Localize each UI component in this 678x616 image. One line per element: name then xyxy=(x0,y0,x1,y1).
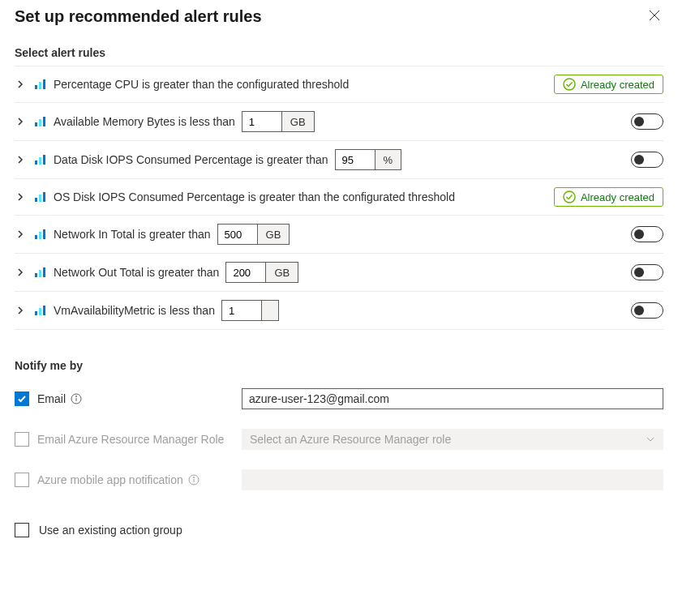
mobile-app-checkbox[interactable] xyxy=(15,473,29,487)
metric-icon xyxy=(34,78,47,91)
check-circle-icon xyxy=(563,78,576,91)
svg-rect-9 xyxy=(35,160,37,165)
email-checkbox[interactable] xyxy=(15,391,29,406)
rule-label: Data Disk IOPS Consumed Percentage is gr… xyxy=(54,153,328,166)
action-group-row: Use an existing action group xyxy=(15,523,663,537)
panel-title: Set up recommended alert rules xyxy=(15,7,262,26)
threshold-input-wrap xyxy=(221,300,279,321)
expand-button[interactable] xyxy=(16,230,26,238)
svg-rect-10 xyxy=(39,157,41,165)
threshold-unit xyxy=(261,301,278,320)
expand-button[interactable] xyxy=(16,268,26,276)
info-icon[interactable] xyxy=(71,393,82,404)
action-group-label: Use an existing action group xyxy=(39,524,182,537)
rules-section-title: Select alert rules xyxy=(15,46,663,59)
chevron-down-icon xyxy=(646,434,655,444)
rule-row-osdisk: OS Disk IOPS Consumed Percentage is grea… xyxy=(15,179,663,216)
svg-point-5 xyxy=(564,79,575,90)
check-icon xyxy=(17,394,27,404)
enable-toggle[interactable] xyxy=(631,264,663,280)
info-icon[interactable] xyxy=(188,474,200,486)
threshold-input[interactable] xyxy=(336,150,375,169)
rule-row-cpu: Percentage CPU is greater than the confi… xyxy=(15,66,663,103)
metric-icon xyxy=(34,153,47,166)
rule-label: Network In Total is greater than xyxy=(54,228,211,241)
threshold-input[interactable] xyxy=(222,301,261,320)
email-label: Email xyxy=(37,392,82,405)
threshold-input-wrap: GB xyxy=(217,224,290,245)
svg-rect-7 xyxy=(39,119,41,126)
expand-button[interactable] xyxy=(16,156,26,164)
close-icon xyxy=(649,10,660,21)
metric-icon xyxy=(34,266,47,279)
svg-rect-14 xyxy=(43,192,45,202)
metric-icon xyxy=(34,228,47,241)
enable-toggle[interactable] xyxy=(631,152,663,168)
rule-row-netin: Network In Total is greater than GB xyxy=(15,216,663,254)
svg-rect-13 xyxy=(39,195,41,202)
mobile-app-label: Azure mobile app notification xyxy=(37,473,200,486)
threshold-unit: GB xyxy=(265,263,298,282)
metric-icon xyxy=(34,190,47,203)
metric-icon xyxy=(34,304,47,317)
threshold-input[interactable] xyxy=(226,263,265,282)
svg-point-15 xyxy=(564,191,575,203)
notify-mobile-row: Azure mobile app notification xyxy=(15,460,663,500)
svg-rect-20 xyxy=(39,270,41,277)
check-circle-icon xyxy=(563,190,576,203)
svg-rect-18 xyxy=(43,229,45,239)
svg-point-30 xyxy=(193,477,194,478)
rule-row-datadisk: Data Disk IOPS Consumed Percentage is gr… xyxy=(15,141,663,179)
rule-label: Network Out Total is greater than xyxy=(54,266,219,279)
svg-point-27 xyxy=(76,396,77,397)
notify-section-title: Notify me by xyxy=(15,359,663,372)
svg-rect-8 xyxy=(43,117,45,126)
expand-button[interactable] xyxy=(16,118,26,126)
threshold-input[interactable] xyxy=(242,112,281,131)
enable-toggle[interactable] xyxy=(631,113,663,130)
svg-rect-24 xyxy=(43,306,45,315)
svg-rect-22 xyxy=(35,311,37,315)
svg-rect-2 xyxy=(35,85,37,89)
svg-rect-17 xyxy=(39,232,41,239)
already-created-badge: Already created xyxy=(554,75,663,94)
rule-label: VmAvailabilityMetric is less than xyxy=(54,304,215,317)
threshold-input[interactable] xyxy=(218,225,257,244)
threshold-unit: GB xyxy=(281,112,314,131)
threshold-input-wrap: % xyxy=(335,149,402,170)
threshold-input-wrap: GB xyxy=(225,262,298,283)
threshold-unit: % xyxy=(375,150,401,169)
svg-rect-21 xyxy=(43,267,45,277)
svg-rect-19 xyxy=(35,273,37,277)
rule-row-vmavail: VmAvailabilityMetric is less than xyxy=(15,292,663,330)
threshold-unit: GB xyxy=(257,225,290,244)
svg-rect-12 xyxy=(35,198,37,202)
expand-button[interactable] xyxy=(16,193,26,201)
metric-icon xyxy=(34,115,47,128)
svg-rect-4 xyxy=(43,79,45,89)
enable-toggle[interactable] xyxy=(631,226,663,242)
threshold-input-wrap: GB xyxy=(242,111,315,132)
arm-role-checkbox[interactable] xyxy=(15,432,29,447)
action-group-checkbox[interactable] xyxy=(15,523,29,537)
expand-button[interactable] xyxy=(16,80,26,88)
rule-row-netout: Network Out Total is greater than GB xyxy=(15,254,663,292)
arm-role-label: Email Azure Resource Manager Role xyxy=(37,433,224,446)
close-button[interactable] xyxy=(646,6,663,27)
svg-rect-3 xyxy=(39,82,41,89)
enable-toggle[interactable] xyxy=(631,302,663,319)
notify-email-row: Email xyxy=(15,379,663,419)
rules-list: Percentage CPU is greater than the confi… xyxy=(15,66,663,330)
expand-button[interactable] xyxy=(16,306,26,314)
rule-label: Available Memory Bytes is less than xyxy=(54,115,235,128)
rule-label: OS Disk IOPS Consumed Percentage is grea… xyxy=(54,190,455,203)
rule-label: Percentage CPU is greater than the confi… xyxy=(54,78,349,91)
svg-rect-6 xyxy=(35,122,37,126)
email-input[interactable] xyxy=(242,388,663,409)
rule-row-memory: Available Memory Bytes is less than GB xyxy=(15,103,663,141)
svg-rect-11 xyxy=(43,155,45,165)
svg-rect-23 xyxy=(39,308,41,315)
svg-rect-16 xyxy=(35,235,37,239)
already-created-badge: Already created xyxy=(554,187,663,207)
arm-role-select[interactable]: Select an Azure Resource Manager role xyxy=(242,429,663,450)
